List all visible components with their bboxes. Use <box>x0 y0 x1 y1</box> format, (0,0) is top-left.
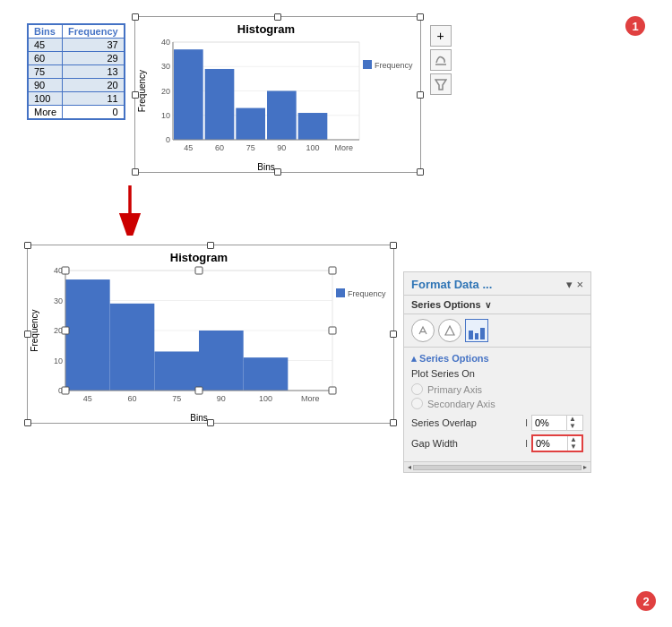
svg-rect-17 <box>267 91 297 141</box>
table-row: 7513 <box>29 65 125 79</box>
svg-rect-67 <box>329 267 336 274</box>
table-cell: 0 <box>63 106 125 119</box>
table-cell: 75 <box>29 65 63 79</box>
svg-rect-48 <box>110 304 155 391</box>
primary-axis-radio[interactable] <box>411 383 423 395</box>
svg-rect-62 <box>195 267 202 274</box>
svg-rect-15 <box>204 69 234 140</box>
col-bins: Bins <box>29 25 63 39</box>
series-overlap-label: Series Overlap <box>411 417 521 428</box>
table-row: 10011 <box>29 92 125 106</box>
svg-text:40: 40 <box>161 38 170 47</box>
panel-title: Format Data ... <box>411 278 492 291</box>
svg-text:75: 75 <box>172 394 181 403</box>
table-row: 9020 <box>29 79 125 92</box>
scroll-track[interactable] <box>413 465 582 470</box>
top-section: Bins Frequency 453760297513902010011More… <box>0 0 672 173</box>
svg-rect-63 <box>195 387 202 394</box>
table-cell: 29 <box>63 52 125 65</box>
add-element-button[interactable]: + <box>430 25 452 47</box>
svg-rect-14 <box>174 49 203 140</box>
svg-rect-18 <box>297 113 327 140</box>
gap-width-input-wrap: ▲ ▼ <box>531 434 583 452</box>
svg-text:45: 45 <box>83 394 92 403</box>
svg-marker-30 <box>435 80 446 90</box>
down-arrow-svg <box>116 182 143 236</box>
table-cell: 37 <box>63 39 125 52</box>
svg-text:60: 60 <box>127 394 136 403</box>
primary-axis-row: Primary Axis <box>411 383 583 395</box>
fill-icon-button[interactable] <box>411 319 435 342</box>
svg-text:100: 100 <box>259 394 272 403</box>
svg-text:Histogram: Histogram <box>170 251 228 264</box>
style-button[interactable] <box>430 49 452 71</box>
gap-width-down[interactable]: ▼ <box>568 443 579 451</box>
series-options-section: ▴ Series Options Plot Series On Primary … <box>404 348 590 461</box>
svg-text:20: 20 <box>54 326 63 335</box>
svg-text:Bins: Bins <box>257 162 274 172</box>
svg-text:45: 45 <box>184 143 193 152</box>
data-table: Bins Frequency 453760297513902010011More… <box>27 23 125 120</box>
arrow-section <box>0 173 672 245</box>
gap-width-sep: I <box>525 438 528 449</box>
svg-text:Frequency: Frequency <box>348 289 386 298</box>
panel-close-button[interactable]: × <box>576 278 583 291</box>
table-cell: 20 <box>63 79 125 92</box>
filter-button[interactable] <box>430 73 452 95</box>
table-cell: More <box>29 106 63 119</box>
secondary-axis-label: Secondary Axis <box>427 399 495 409</box>
svg-rect-27 <box>363 60 372 69</box>
svg-text:More: More <box>334 143 353 152</box>
svg-text:75: 75 <box>246 143 254 152</box>
svg-rect-64 <box>62 327 69 334</box>
series-overlap-input-wrap: ▲ ▼ <box>531 415 583 431</box>
table-cell: 13 <box>63 65 125 79</box>
svg-text:Frequency: Frequency <box>30 309 39 351</box>
plot-series-label: Plot Series On <box>411 368 583 379</box>
table-row: 4537 <box>29 39 125 52</box>
svg-text:Histogram: Histogram <box>237 22 295 36</box>
svg-rect-49 <box>154 351 199 391</box>
svg-rect-66 <box>62 267 69 274</box>
chart-top: HistogramFrequencyBins010203040456075901… <box>134 16 421 173</box>
table-cell: 11 <box>63 92 125 106</box>
secondary-axis-row: Secondary Axis <box>411 398 583 409</box>
series-options-row[interactable]: Series Options ∨ <box>404 296 590 314</box>
svg-text:90: 90 <box>277 143 286 152</box>
table-cell: 45 <box>29 39 63 52</box>
svg-rect-47 <box>65 279 110 391</box>
chart-icon-buttons: + <box>430 25 452 95</box>
table-row: 6029 <box>29 52 125 65</box>
series-overlap-sep: I <box>525 417 528 428</box>
chart-bottom: HistogramFrequencyBins010203040456075901… <box>27 245 394 424</box>
badge-1: 1 <box>625 16 645 36</box>
secondary-axis-radio[interactable] <box>411 398 423 409</box>
format-data-panel: Format Data ... ▾ × Series Options ∨ <box>403 271 591 473</box>
series-options-section-label: ▴ Series Options <box>411 353 583 365</box>
svg-text:20: 20 <box>161 87 170 96</box>
svg-text:Bins: Bins <box>190 413 207 423</box>
border-icon-button[interactable] <box>438 319 461 342</box>
bar-chart-icon-button[interactable] <box>465 319 488 342</box>
scroll-right-button[interactable]: ▸ <box>582 464 589 471</box>
svg-marker-70 <box>445 326 454 335</box>
gap-width-input[interactable] <box>533 437 567 450</box>
panel-scrollbar[interactable]: ◂ ▸ <box>404 461 590 472</box>
svg-text:10: 10 <box>161 111 170 120</box>
primary-axis-label: Primary Axis <box>427 384 482 395</box>
table-cell: 90 <box>29 79 63 92</box>
svg-rect-60 <box>336 288 345 297</box>
svg-text:90: 90 <box>217 394 226 403</box>
svg-rect-51 <box>244 357 289 391</box>
series-overlap-row: Series Overlap I ▲ ▼ <box>411 415 583 431</box>
series-overlap-down[interactable]: ▼ <box>567 423 578 430</box>
series-overlap-spinner: ▲ ▼ <box>566 416 578 430</box>
svg-text:More: More <box>301 394 320 403</box>
bottom-section: HistogramFrequencyBins010203040456075901… <box>0 245 672 473</box>
series-options-label: Series Options <box>411 299 481 310</box>
svg-rect-16 <box>236 108 265 140</box>
col-freq: Frequency <box>63 25 125 39</box>
scroll-left-button[interactable]: ◂ <box>406 464 413 471</box>
panel-pin-button[interactable]: ▾ <box>566 278 573 291</box>
series-overlap-input[interactable] <box>532 417 566 429</box>
